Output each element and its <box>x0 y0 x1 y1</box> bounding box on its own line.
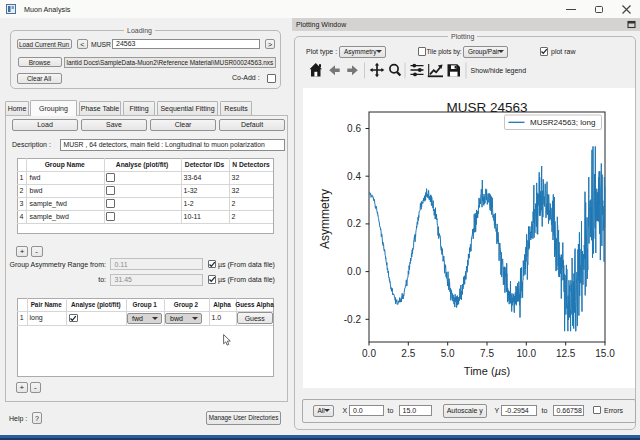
svg-text:MUSR24563; long: MUSR24563; long <box>530 118 595 127</box>
svg-text:0.4: 0.4 <box>347 171 361 182</box>
svg-text:5.0: 5.0 <box>440 348 454 359</box>
svg-text:MUSR 24563: MUSR 24563 <box>446 100 527 115</box>
svg-text:10.0: 10.0 <box>516 348 536 359</box>
svg-text:15.0: 15.0 <box>595 348 615 359</box>
svg-text:7.5: 7.5 <box>480 348 494 359</box>
svg-text:12.5: 12.5 <box>555 348 575 359</box>
svg-text:0.2: 0.2 <box>347 218 361 229</box>
svg-text:0.0: 0.0 <box>347 266 361 277</box>
svg-text:2.5: 2.5 <box>401 348 415 359</box>
svg-text:Asymmetry: Asymmetry <box>318 189 332 249</box>
svg-text:0.0: 0.0 <box>362 348 376 359</box>
svg-text:-0.2: -0.2 <box>343 314 361 325</box>
svg-text:0.6: 0.6 <box>347 123 361 134</box>
svg-text:Time (µs): Time (µs) <box>463 365 509 377</box>
